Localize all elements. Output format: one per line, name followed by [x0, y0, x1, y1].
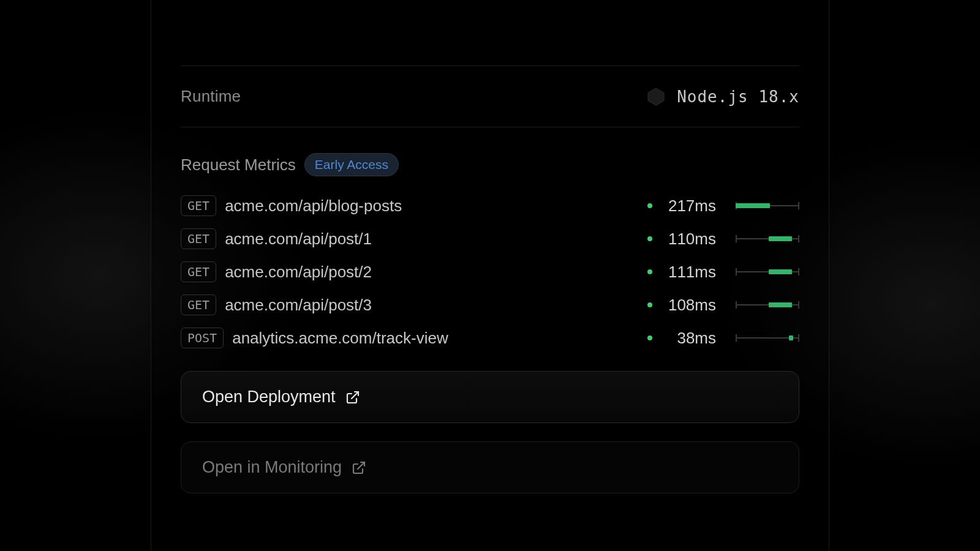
request-metrics-list: GETacme.com/api/blog-posts217msGETacme.c…: [181, 193, 799, 350]
http-method-badge: GET: [181, 294, 216, 315]
latency-value: 110ms: [661, 230, 716, 249]
endpoint-url: analytics.acme.com/track-view: [232, 329, 448, 348]
svg-marker-0: [648, 88, 664, 105]
latency-value: 38ms: [661, 329, 716, 348]
http-method-badge: GET: [181, 228, 216, 249]
runtime-value-text: Node.js 18.x: [677, 88, 799, 106]
metric-row[interactable]: GETacme.com/api/post/1110ms: [181, 227, 799, 251]
runtime-row: Runtime Node.js 18.x: [181, 66, 799, 127]
endpoint-url: acme.com/api/post/3: [225, 296, 372, 315]
http-method-badge: GET: [181, 195, 216, 216]
endpoint-url: acme.com/api/post/2: [225, 263, 372, 282]
endpoint-url: acme.com/api/blog-posts: [225, 197, 402, 216]
metric-row[interactable]: POSTanalytics.acme.com/track-view38ms: [181, 326, 799, 350]
request-metrics-title: Request Metrics: [181, 156, 296, 174]
early-access-badge: Early Access: [304, 153, 399, 176]
status-dot-icon: [647, 335, 652, 340]
latency-value: 217ms: [661, 197, 716, 216]
external-link-icon: [345, 390, 360, 405]
metric-row[interactable]: GETacme.com/api/blog-posts217ms: [181, 193, 799, 218]
open-deployment-label: Open Deployment: [202, 388, 336, 407]
metric-row[interactable]: GETacme.com/api/post/2111ms: [181, 260, 799, 284]
nodejs-hex-icon: [646, 87, 666, 107]
open-in-monitoring-label: Open in Monitoring: [202, 458, 342, 477]
external-link-icon: [352, 460, 366, 475]
http-method-badge: POST: [181, 328, 224, 348]
runtime-label: Runtime: [181, 87, 241, 106]
status-dot-icon: [647, 302, 652, 307]
latency-value: 111ms: [661, 263, 716, 282]
latency-value: 108ms: [661, 296, 716, 315]
metric-row[interactable]: GETacme.com/api/post/3108ms: [181, 293, 799, 317]
latency-sparkline: [736, 235, 799, 242]
status-dot-icon: [647, 203, 652, 208]
latency-sparkline: [736, 202, 799, 209]
details-panel: Runtime Node.js 18.x Request Metrics Ear…: [151, 0, 829, 551]
endpoint-url: acme.com/api/post/1: [225, 230, 372, 249]
open-deployment-button[interactable]: Open Deployment: [181, 371, 799, 423]
latency-sparkline: [736, 334, 799, 342]
runtime-value: Node.js 18.x: [646, 87, 799, 107]
status-dot-icon: [647, 269, 652, 274]
latency-sparkline: [736, 268, 799, 276]
status-dot-icon: [647, 236, 652, 241]
http-method-badge: GET: [181, 261, 216, 282]
request-metrics-header: Request Metrics Early Access: [181, 153, 799, 176]
panel-top-divider: [181, 0, 799, 66]
open-in-monitoring-button[interactable]: Open in Monitoring: [181, 441, 799, 493]
latency-sparkline: [736, 301, 799, 309]
